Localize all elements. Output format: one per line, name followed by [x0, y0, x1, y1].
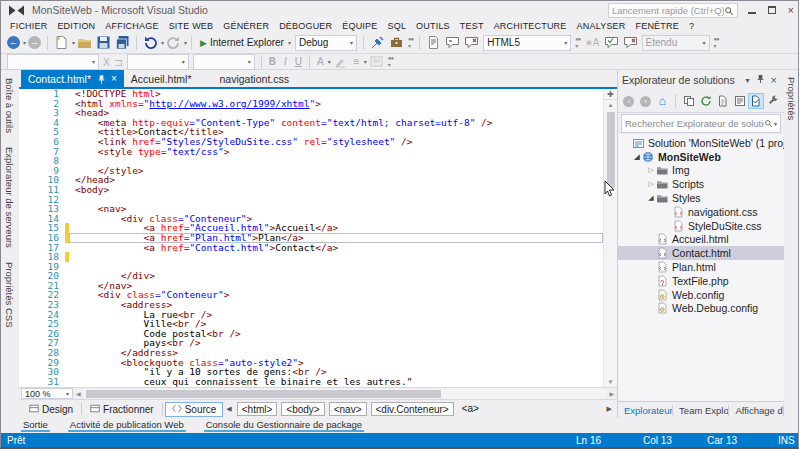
menu-edition[interactable]: EDITION [52, 21, 100, 31]
menu-g-n-rer[interactable]: GÉNÉRER [218, 21, 274, 31]
zoom-combo[interactable]: 100 %▾ [21, 388, 73, 399]
scroll-left-arrow[interactable]: ◀ [73, 390, 84, 397]
tree-item-web-config[interactable]: Web.config [618, 288, 784, 302]
check-style-icon[interactable] [602, 34, 621, 52]
tree-expander[interactable]: ▷ [646, 166, 656, 174]
tree-item-navigationt-css[interactable]: navigationt.css [618, 205, 784, 219]
navigate-forward-button[interactable]: → [26, 34, 43, 52]
save-all-button[interactable] [113, 34, 132, 52]
extended-combo[interactable]: Étendu▾ [642, 35, 710, 51]
document-outline-icon[interactable] [424, 34, 443, 52]
tree-expander[interactable]: ▷ [646, 180, 656, 188]
breadcrumb-left-arrow[interactable]: ◀ [223, 405, 234, 413]
breadcrumb-right-arrow[interactable]: ▶ [604, 405, 615, 413]
breadcrumb-item[interactable]: <nav> [329, 402, 367, 416]
menu-d-boguer[interactable]: DÉBOGUER [274, 21, 337, 31]
code-line[interactable]: 17 <a href="Contact.html">Contact</a> [19, 243, 603, 253]
code-line[interactable]: 18 [19, 252, 603, 262]
target-rule-icon[interactable]: ∗A [582, 34, 601, 52]
properties-icon[interactable] [732, 93, 748, 109]
highlight-button[interactable] [331, 53, 350, 71]
font-color-button[interactable]: A [314, 56, 327, 67]
scroll-thumb[interactable] [607, 112, 615, 188]
tree-item-styledusite-css[interactable]: StyleDuSite.css [618, 219, 784, 233]
show-all-files-icon[interactable] [715, 93, 731, 109]
tab-pin-icon[interactable] [97, 74, 106, 83]
wrench-icon[interactable] [765, 93, 781, 109]
code-line[interactable]: 11<body> [19, 185, 603, 195]
underline-button[interactable]: U [292, 56, 305, 67]
panel-close-icon[interactable]: × [768, 74, 780, 86]
menu--[interactable]: ? [684, 21, 699, 31]
solution-search-input[interactable]: Rechercher Explorateur de solutions (Ct … [621, 114, 781, 133]
tab-close-icon[interactable]: × [111, 73, 117, 84]
sidebar-tab-propri-t-s-css[interactable]: Propriétés CSS [2, 257, 17, 332]
close-button[interactable]: × [788, 6, 794, 14]
tree-item-plan-html[interactable]: Plan.html [618, 260, 784, 274]
restore-button[interactable] [768, 6, 776, 14]
sidebar-tab-bo-te-outils[interactable]: Boîte à outils [2, 73, 17, 138]
horizontal-scrollbar[interactable] [84, 389, 607, 399]
panel-menu-icon[interactable]: ▾ [743, 76, 753, 85]
collapse-all-icon[interactable] [681, 93, 697, 109]
font-size-combo[interactable]: ▾ [193, 54, 255, 70]
sol-back-icon[interactable]: ‹ [621, 93, 637, 109]
sidebar-tab-explorateur-de-serveurs[interactable]: Explorateur de serveurs [2, 142, 17, 253]
tree-item-web-debug-config[interactable]: Web.Debug.config [618, 302, 784, 316]
tree-item-monsiteweb[interactable]: ◢MonSiteWeb [618, 150, 784, 164]
tree-expander[interactable]: ◢ [632, 153, 642, 161]
search-options-dropdown[interactable]: ▾ [774, 120, 777, 127]
tree-item-solution-monsiteweb-1-projet-[interactable]: Solution 'MonSiteWeb' (1 projet) [618, 136, 784, 150]
start-debug-button[interactable]: ▶Internet Explorer▾ [196, 34, 293, 52]
attach-process-icon[interactable] [368, 34, 387, 52]
breadcrumb-item[interactable]: <html> [237, 402, 278, 416]
toolbar-overflow-3[interactable]: ●●▾ [712, 36, 721, 49]
code-editor[interactable]: 1<!DOCTYPE html>2<html xmlns="http://www… [19, 89, 617, 387]
minimize-button[interactable] [748, 7, 756, 14]
menu-test[interactable]: TEST [455, 21, 489, 31]
code-line[interactable]: 31 ceux qui connaissent le binaire et le… [19, 377, 603, 387]
document-tab[interactable]: Accueil.html* [124, 70, 199, 87]
breadcrumb-item[interactable]: <a> [458, 402, 483, 416]
style-bubble-icon[interactable] [443, 34, 462, 52]
code-line[interactable]: 7 <style type="text/css"> [19, 147, 603, 157]
menu-fen-tre[interactable]: FENÊTRE [630, 21, 683, 31]
panel-tab[interactable]: Explorateur... [618, 405, 673, 416]
view-button-source[interactable]: Source [165, 402, 224, 417]
scroll-up-arrow[interactable]: ▲ [608, 100, 614, 110]
menu-sql[interactable]: SQL [382, 21, 411, 31]
attach-style-icon[interactable]: ⊐ [112, 53, 125, 71]
navigate-back-button[interactable]: ← [5, 34, 22, 52]
pin-icon[interactable] [753, 74, 768, 86]
refresh-icon[interactable] [698, 93, 714, 109]
menu-outils[interactable]: OUTILS [411, 21, 455, 31]
view-button-design[interactable]: Design [23, 403, 79, 416]
solution-config-combo[interactable]: Debug▾ [295, 35, 357, 51]
bottom-tab-activit-de-publication-web[interactable]: Activité de publication Web [68, 418, 186, 432]
save-button[interactable] [94, 34, 113, 52]
tree-item-contact-html[interactable]: Contact.html [618, 246, 784, 260]
toolbox-icon[interactable] [387, 34, 406, 52]
tree-item-img[interactable]: ▷Img [618, 164, 784, 178]
open-file-button[interactable] [75, 34, 94, 52]
style-name-combo[interactable]: ▾ [7, 54, 99, 70]
new-style-icon[interactable]: X [101, 53, 112, 71]
undo-button[interactable] [141, 34, 160, 52]
vertical-scrollbar[interactable]: ✚ ▲ ▼ [603, 89, 617, 387]
align-button[interactable]: ≡ [350, 56, 363, 67]
menu-architecture[interactable]: ARCHITECTURE [489, 21, 572, 31]
bottom-tab-console-du-gestionnaire-de-package[interactable]: Console du Gestionnaire de package [204, 418, 364, 432]
sol-forward-icon[interactable]: › [638, 93, 654, 109]
breadcrumb-item[interactable]: <body> [281, 402, 324, 416]
bottom-tab-sortie[interactable]: Sortie [21, 418, 50, 432]
menu-affichage[interactable]: AFFICHAGE [100, 21, 163, 31]
code-area[interactable]: 1<!DOCTYPE html>2<html xmlns="http://www… [19, 89, 603, 387]
italic-button[interactable]: I [279, 56, 292, 67]
panel-tab[interactable]: Team Explo... [673, 405, 729, 416]
toolbar-overflow[interactable]: ●●▾ [406, 36, 415, 49]
scroll-down-arrow[interactable]: ▼ [608, 377, 614, 387]
menu-analyser[interactable]: ANALYSER [572, 21, 631, 31]
preview-selected-items-icon[interactable] [748, 93, 764, 109]
horizontal-scroll-thumb[interactable] [86, 390, 442, 398]
check-style-remove-icon[interactable] [621, 34, 640, 52]
